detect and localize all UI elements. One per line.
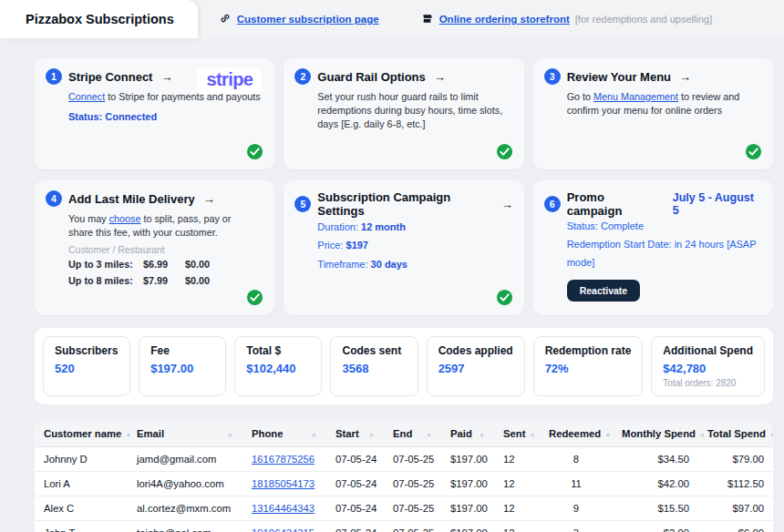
fee-customer-value: $6.99 [143, 257, 185, 271]
table-row: Lori A lori4A@yahoo.com 18185054173 07-0… [35, 472, 773, 496]
nav-link-note: [for redemptions and upselling] [575, 14, 712, 25]
stat-label: Codes applied [438, 344, 513, 357]
col-header-start[interactable]: Start▲ [326, 421, 384, 447]
choose-link[interactable]: choose [109, 213, 141, 224]
col-header-sent[interactable]: Sent▲ [494, 421, 540, 447]
sort-asc-icon[interactable]: ▲ [699, 431, 706, 437]
promo-date-range: July 5 - August 5 [673, 191, 762, 217]
phone-link[interactable]: 13164464343 [252, 503, 315, 514]
card-header: 6 Promo campaign July 5 - August 5 [544, 190, 762, 218]
sort-asc-icon[interactable]: ▲ [479, 431, 485, 437]
col-header-phone[interactable]: Phone▲ [242, 421, 326, 447]
promo-status: Status: Complete [567, 218, 762, 236]
stat-value: 520 [55, 362, 119, 375]
cell-end-date: 07-05-25 [384, 496, 441, 521]
cell-redeemed: 11 [540, 472, 613, 496]
phone-link[interactable]: 19196434315 [252, 527, 315, 532]
fee-row: Up to 3 miles: $6.99 $0.00 [68, 257, 263, 271]
check-circle-icon [246, 143, 263, 160]
cell-start-date: 07-05-24 [326, 472, 384, 496]
col-header-paid[interactable]: Paid▲ [441, 421, 494, 447]
cell-phone: 19196434315 [242, 521, 326, 532]
cell-monthly-spend: $42.00 [613, 472, 698, 496]
cell-customer-name: Alex C [35, 496, 128, 521]
card-title[interactable]: Guard Rail Options [317, 70, 425, 84]
setting-value: 12 month [361, 221, 406, 232]
check-circle-icon [246, 289, 263, 306]
cell-start-date: 07-05-24 [326, 496, 384, 521]
promo-redemption-start: Redemption Start Date: in 24 hours [ASAP… [567, 236, 762, 272]
card-body: You may choose to split, pass, pay or sh… [68, 212, 247, 240]
setting-timeframe: Timeframe: 30 days [317, 255, 512, 273]
phone-link[interactable]: 16167875256 [252, 454, 315, 465]
col-header-email[interactable]: Email▲ [128, 421, 242, 447]
sort-asc-icon[interactable]: ▲ [311, 431, 317, 437]
stripe-logo: stripe [197, 67, 262, 94]
menu-management-link[interactable]: Menu Management [593, 91, 678, 102]
cell-email: al.cortez@mxm.com [128, 496, 242, 521]
card-title[interactable]: Subscription Campaign Settings [317, 190, 492, 218]
table-header-row: Customer name▲ Email▲ Phone▲ Start▲ End▲… [35, 421, 773, 447]
stat-label: Subscribers [55, 344, 119, 357]
cell-total-spend: $97.00 [698, 496, 773, 521]
arrow-icon: → [434, 70, 446, 84]
fee-range-label: Up to 3 miles: [68, 257, 143, 271]
cell-redeemed: 8 [540, 447, 613, 472]
stat-label: Additional Spend [663, 344, 753, 357]
col-header-monthly-spend[interactable]: Monthly Spend▲ [613, 421, 698, 447]
step-number-badge: 3 [544, 68, 561, 85]
sort-asc-icon[interactable]: ▲ [769, 431, 773, 437]
sort-asc-icon[interactable]: ▲ [227, 431, 233, 437]
col-header-end[interactable]: End▲ [384, 421, 441, 447]
sort-asc-icon[interactable]: ▲ [604, 431, 611, 437]
stat-label: Redemption rate [545, 344, 632, 357]
sort-asc-icon[interactable]: ▲ [368, 431, 375, 437]
cell-paid: $197.00 [441, 521, 494, 532]
check-circle-icon [496, 289, 513, 306]
setting-value: $197 [346, 240, 368, 251]
nav-link-customer-subscription-page[interactable]: Customer subscription page [220, 13, 379, 26]
card-body-text: Go to [567, 91, 593, 102]
cell-monthly-spend: $34.50 [613, 447, 698, 472]
card-body-text: Set your rush hour guard rails to limit … [317, 90, 512, 131]
card-body: Go to Menu Management to review and conf… [567, 90, 762, 118]
top-bar: Pizzabox Subscriptions Customer subscrip… [0, 0, 784, 38]
card-title[interactable]: Review Your Menu [567, 70, 671, 84]
step-number-badge: 6 [544, 196, 561, 212]
top-nav: Customer subscription page Online orderi… [198, 0, 712, 38]
connect-link[interactable]: Connect [68, 91, 105, 102]
col-header-redeemed[interactable]: Redeemed▲ [540, 421, 613, 447]
cell-end-date: 07-05-25 [384, 472, 441, 496]
stat-codes-sent: Codes sent 3568 [330, 336, 418, 396]
col-header-customer-name[interactable]: Customer name▲ [35, 421, 128, 447]
reactivate-button[interactable]: Reactivate [567, 280, 641, 302]
phone-link[interactable]: 18185054173 [252, 478, 315, 489]
sort-asc-icon[interactable]: ▲ [125, 431, 131, 437]
step-number-badge: 2 [294, 68, 311, 85]
stat-additional-spend: Additional Spend $42,780 Total orders: 2… [651, 336, 765, 396]
stat-value: 2597 [438, 362, 513, 375]
subscribers-table-card: Customer name▲ Email▲ Phone▲ Start▲ End▲… [35, 421, 773, 532]
card-title[interactable]: Stripe Connect [68, 70, 152, 84]
card-add-last-mile-delivery: 4 Add Last Mile Delivery → You may choos… [35, 180, 274, 315]
cell-start-date: 07-05-24 [326, 447, 384, 472]
arrow-icon: → [160, 70, 172, 84]
cell-sent: 12 [494, 496, 540, 521]
cell-monthly-spend: $2.00 [613, 521, 698, 532]
col-header-total-spend[interactable]: Total Spend▲ [698, 421, 773, 447]
setting-value: 30 days [371, 259, 407, 270]
card-body-text: You may [68, 213, 109, 224]
cell-email: lori4A@yahoo.com [128, 472, 242, 496]
cell-redeemed: 3 [540, 521, 613, 532]
chain-link-icon [220, 13, 231, 26]
card-promo-campaign: 6 Promo campaign July 5 - August 5 Statu… [533, 180, 773, 315]
check-circle-icon [745, 143, 762, 160]
stat-fee: Fee $197.00 [139, 336, 226, 396]
card-title[interactable]: Add Last Mile Delivery [68, 192, 195, 206]
sort-asc-icon[interactable]: ▲ [529, 431, 535, 437]
nav-link-label: Customer subscription page [237, 14, 379, 25]
table-row: Alex C al.cortez@mxm.com 13164464343 07-… [35, 496, 773, 521]
stat-value: $102,440 [246, 362, 310, 375]
nav-link-online-ordering-storefront[interactable]: Online ordering storefront [421, 13, 570, 26]
sort-asc-icon[interactable]: ▲ [426, 431, 432, 437]
